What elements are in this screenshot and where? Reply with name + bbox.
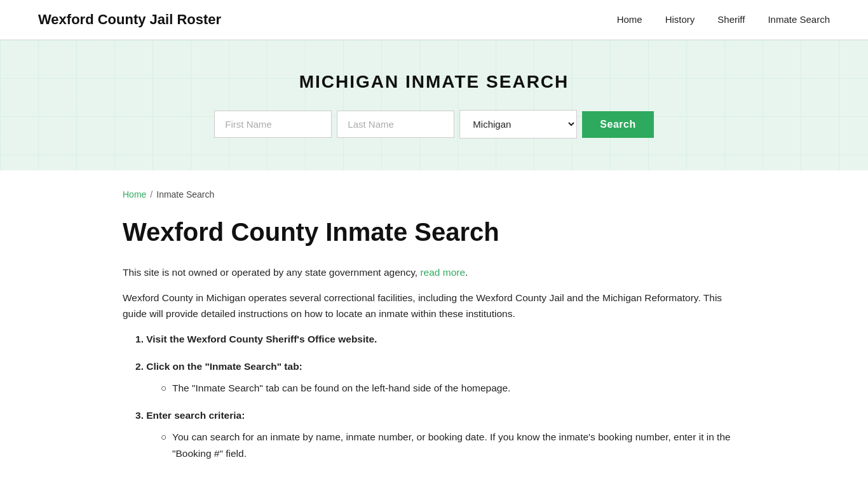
site-header: Wexford County Jail Roster Home History … xyxy=(0,0,868,40)
nav-item-home[interactable]: Home xyxy=(617,14,642,25)
step-3: Enter search criteria: You can search fo… xyxy=(135,407,745,461)
nav-item-inmate-search[interactable]: Inmate Search xyxy=(768,14,830,25)
intro-text: This site is not owned or operated by an… xyxy=(123,267,417,278)
breadcrumb-separator: / xyxy=(150,189,153,200)
breadcrumb-home-link[interactable]: Home xyxy=(123,189,146,200)
instructions-list: Visit the Wexford County Sheriff's Offic… xyxy=(123,331,745,461)
description-paragraph: Wexford County in Michigan operates seve… xyxy=(123,290,745,322)
step-2-sub-list: The "Inmate Search" tab can be found on … xyxy=(135,380,745,396)
hero-title: MICHIGAN INMATE SEARCH xyxy=(299,72,569,92)
step-2-label: Click on the "Inmate Search" tab: xyxy=(146,361,302,372)
step-2-sub-item-1: The "Inmate Search" tab can be found on … xyxy=(161,380,745,396)
main-nav: Home History Sheriff Inmate Search xyxy=(617,14,830,25)
state-select[interactable]: Michigan xyxy=(459,110,577,139)
step-2: Click on the "Inmate Search" tab: The "I… xyxy=(135,358,745,396)
breadcrumb-current: Inmate Search xyxy=(156,189,214,200)
intro-period: . xyxy=(465,267,468,278)
step-1: Visit the Wexford County Sheriff's Offic… xyxy=(135,331,745,348)
read-more-link[interactable]: read more xyxy=(420,267,465,278)
page-heading: Wexford County Inmate Search xyxy=(123,217,745,247)
step-3-sub-item-1: You can search for an inmate by name, in… xyxy=(161,429,745,461)
nav-link-history[interactable]: History xyxy=(665,14,695,25)
hero-banner: MICHIGAN INMATE SEARCH Michigan Search xyxy=(0,40,868,170)
nav-list: Home History Sheriff Inmate Search xyxy=(617,14,830,25)
nav-item-sheriff[interactable]: Sheriff xyxy=(717,14,745,25)
step-3-sub-list: You can search for an inmate by name, in… xyxy=(135,429,745,461)
intro-paragraph: This site is not owned or operated by an… xyxy=(123,264,745,281)
step-1-label: Visit the Wexford County Sheriff's Offic… xyxy=(146,334,377,344)
search-button[interactable]: Search xyxy=(582,111,653,138)
main-content: Home / Inmate Search Wexford County Inma… xyxy=(85,170,783,488)
breadcrumb: Home / Inmate Search xyxy=(123,189,745,200)
nav-item-history[interactable]: History xyxy=(665,14,695,25)
nav-link-inmate-search[interactable]: Inmate Search xyxy=(768,14,830,25)
last-name-input[interactable] xyxy=(337,111,454,138)
first-name-input[interactable] xyxy=(214,111,332,138)
search-form: Michigan Search xyxy=(214,110,653,139)
nav-link-home[interactable]: Home xyxy=(617,14,642,25)
step-3-label: Enter search criteria: xyxy=(146,410,245,421)
site-title: Wexford County Jail Roster xyxy=(38,11,221,28)
nav-link-sheriff[interactable]: Sheriff xyxy=(717,14,745,25)
